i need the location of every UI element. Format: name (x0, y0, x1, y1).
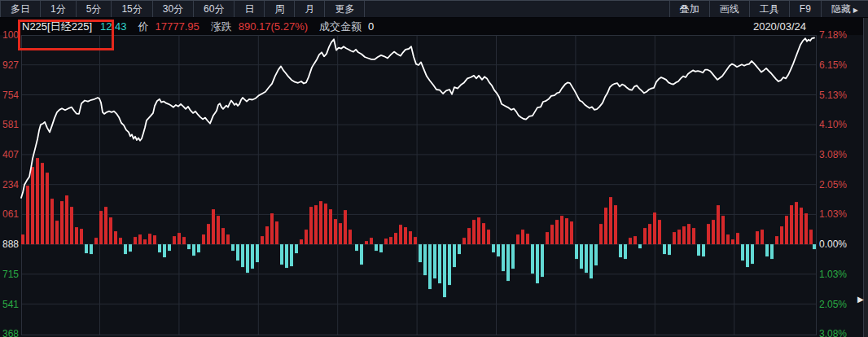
quote-chart-window: 多日1分5分15分30分60分日周月更多 叠加画线工具F9隐藏▶ N225[日经… (0, 0, 868, 337)
price-tick-4: 407 (0, 149, 19, 160)
interval-tabs: 多日1分5分15分30分60分日周月更多 (0, 1, 365, 17)
change-label: 涨跌 (211, 20, 232, 34)
toolbar-left-item-3[interactable]: 15分 (112, 1, 152, 17)
toolbar-left-item-1[interactable]: 1分 (41, 1, 77, 17)
pct-tick-0: 7.18% (819, 29, 861, 41)
price-value: 17777.95 (156, 20, 199, 33)
pct-tick-6: 1.03% (819, 208, 861, 220)
turnover-value: 0 (368, 20, 374, 33)
plot-border (22, 36, 817, 335)
toolbar-left-item-7[interactable]: 周 (265, 1, 295, 17)
chevron-right-icon: ▶ (853, 7, 858, 14)
price-tick-2: 754 (0, 90, 19, 101)
toolbar-left-item-8[interactable]: 月 (295, 1, 325, 17)
price-chart[interactable] (0, 0, 868, 337)
price-tick-8: 715 (0, 269, 19, 280)
info-bar: N225[日经225] 12:43 价 17777.95 涨跌 890.17(5… (0, 18, 868, 35)
toolbar-right-item-1[interactable]: 画线 (709, 1, 749, 17)
pct-tick-1: 6.15% (819, 59, 861, 71)
toolbar-left-item-2[interactable]: 5分 (77, 1, 112, 17)
toolbar-left-item-0[interactable]: 多日 (0, 1, 41, 17)
price-tick-10: 368 (0, 328, 19, 337)
price-tick-7: 888 (0, 239, 19, 250)
volume-histogram (21, 158, 816, 297)
pct-tick-3: 4.10% (819, 119, 861, 130)
toolbar-left-item-6[interactable]: 日 (235, 1, 265, 17)
toolbar-right-item-2[interactable]: 工具 (749, 1, 789, 17)
scroll-right-arrow-icon[interactable]: ▶ (857, 295, 864, 304)
price-line (21, 38, 814, 199)
annotation-highlight-box (18, 20, 114, 50)
trade-date: 2020/03/24 (753, 20, 806, 33)
price-tick-9: 541 (0, 299, 19, 310)
panel-divider (863, 18, 864, 337)
toolbar-right-item-3[interactable]: F9 (789, 1, 821, 17)
price-tick-0: 100 (0, 29, 19, 41)
pct-tick-2: 5.13% (819, 90, 861, 101)
price-tick-5: 234 (0, 179, 19, 190)
pct-tick-5: 2.05% (819, 179, 861, 190)
price-tick-6: 061 (0, 208, 19, 220)
toolbar-left-item-4[interactable]: 30分 (153, 1, 194, 17)
pct-tick-8: 1.03% (819, 269, 861, 280)
scrollbar-track[interactable] (864, 18, 868, 337)
change-value: 890.17(5.27%) (239, 20, 308, 33)
price-label: 价 (138, 20, 149, 34)
price-tick-1: 927 (0, 59, 19, 71)
turnover-label: 成交金额 (319, 20, 362, 34)
toolbar-left-item-9[interactable]: 更多 (325, 1, 365, 17)
price-tick-3: 581 (0, 119, 19, 130)
pct-tick-4: 3.08% (819, 149, 861, 160)
pct-tick-7: 0.00% (819, 239, 861, 250)
toolbar: 多日1分5分15分30分60分日周月更多 叠加画线工具F9隐藏▶ (0, 0, 868, 18)
pct-tick-9: 2.05% (819, 299, 861, 310)
toolbar-right-item-0[interactable]: 叠加 (669, 1, 709, 17)
chart-grid (21, 35, 816, 335)
toolbar-right-item-4[interactable]: 隐藏▶ (821, 1, 868, 17)
pct-tick-10: 3.08% (819, 328, 861, 337)
toolbar-left-item-5[interactable]: 60分 (194, 1, 235, 17)
tool-menu: 叠加画线工具F9隐藏▶ (669, 1, 868, 17)
